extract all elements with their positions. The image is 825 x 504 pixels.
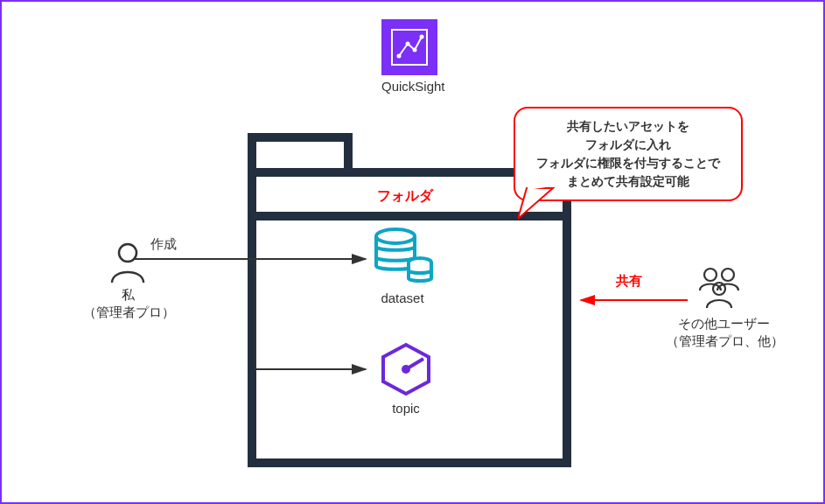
dataset-label: dataset (371, 290, 434, 305)
topic-label: topic (378, 401, 434, 416)
user-others-role: （管理者プロ、他） (654, 332, 794, 350)
quicksight-block: QuickSight (381, 19, 445, 94)
users-icon (693, 266, 745, 312)
create-label: 作成 (150, 236, 177, 253)
diagram-canvas: { "quicksight": { "label": "QuickSight" … (0, 0, 825, 504)
share-label: 共有 (616, 273, 642, 290)
svg-line-16 (406, 359, 423, 369)
share-arrow (577, 293, 691, 307)
svg-point-12 (376, 229, 415, 243)
svg-marker-8 (518, 188, 553, 219)
callout-line3: フォルダに権限を付与することで (531, 154, 725, 172)
quicksight-label: QuickSight (381, 79, 445, 94)
user-others-name: その他ユーザー (667, 315, 780, 332)
svg-line-6 (408, 44, 415, 50)
dataset-block: dataset (371, 228, 434, 305)
callout-line2: フォルダに入れ (531, 136, 725, 154)
svg-line-7 (415, 37, 422, 50)
callout-line4: まとめて共有設定可能 (531, 172, 725, 191)
svg-line-5 (399, 44, 408, 56)
svg-point-18 (704, 269, 717, 281)
svg-point-19 (722, 269, 734, 281)
topic-icon (378, 341, 434, 397)
quicksight-icon (381, 19, 437, 75)
create-arrows (133, 231, 378, 388)
topic-block: topic (378, 341, 434, 416)
callout-line1: 共有したいアセットを (531, 117, 725, 136)
folder-label: フォルダ (374, 187, 437, 206)
user-others (693, 266, 745, 312)
database-icon (371, 228, 434, 287)
